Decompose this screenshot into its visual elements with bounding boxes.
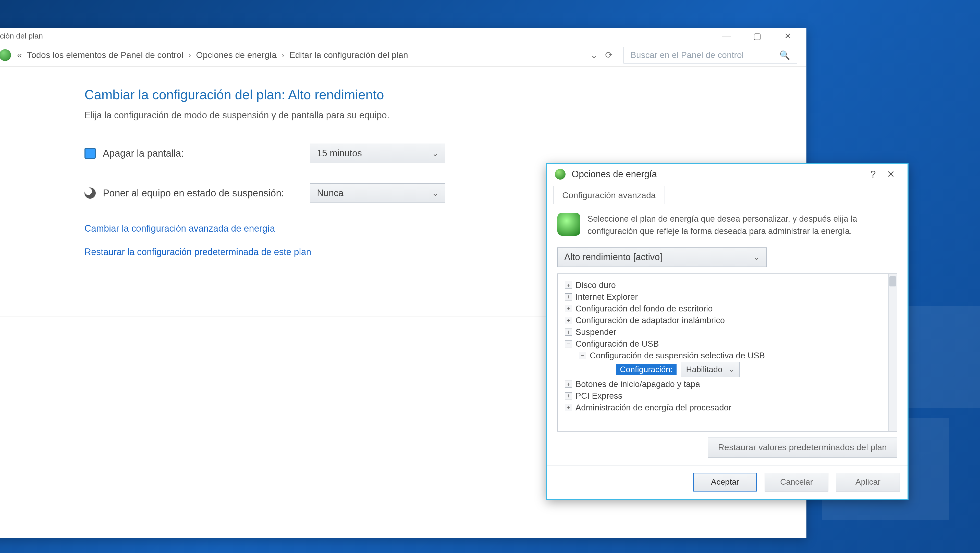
tree-item[interactable]: Configuración del fondo de escritorio xyxy=(576,304,713,313)
tree-item[interactable]: Administración de energía del procesador xyxy=(576,403,732,412)
tree-item-usb-selective[interactable]: Configuración de suspensión selectiva de… xyxy=(590,351,765,361)
help-button[interactable]: ? xyxy=(864,169,882,180)
tree-item[interactable]: Suspender xyxy=(576,327,616,337)
window-titlebar[interactable]: ración del plan ― ▢ ✕ xyxy=(0,28,806,44)
collapse-icon[interactable]: − xyxy=(579,352,586,359)
search-placeholder: Buscar en el Panel de control xyxy=(630,50,744,60)
page-heading: Cambiar la configuración del plan: Alto … xyxy=(84,87,806,102)
setting-label: Poner al equipo en estado de suspensión: xyxy=(103,188,284,199)
chevron-down-icon: ⌄ xyxy=(432,149,438,158)
expand-icon[interactable]: + xyxy=(565,329,572,336)
address-bar-row: « Todos los elementos de Panel de contro… xyxy=(0,44,806,67)
chevron-right-icon: › xyxy=(188,51,191,59)
search-input[interactable]: Buscar en el Panel de control 🔍 xyxy=(624,47,797,64)
page-subheading: Elija la configuración de modo de suspen… xyxy=(84,110,806,121)
select-value: Alto rendimiento [activo] xyxy=(564,252,662,262)
expand-icon[interactable]: + xyxy=(565,404,572,411)
ok-button[interactable]: Aceptar xyxy=(693,473,757,491)
address-dropdown-icon[interactable]: ⌄ xyxy=(590,50,598,60)
dialog-titlebar[interactable]: Opciones de energía ? ✕ xyxy=(547,164,907,184)
sleep-select[interactable]: Nunca ⌄ xyxy=(310,183,445,203)
dialog-footer: Aceptar Cancelar Aplicar xyxy=(547,465,907,499)
power-options-dialog: Opciones de energía ? ✕ Configuración av… xyxy=(546,163,908,500)
chevron-down-icon: ⌄ xyxy=(432,189,438,198)
expand-icon[interactable]: + xyxy=(565,392,572,399)
power-plan-icon xyxy=(557,213,580,236)
cancel-button[interactable]: Cancelar xyxy=(765,473,829,491)
refresh-icon[interactable]: ⟳ xyxy=(605,50,613,60)
setting-label: Apagar la pantalla: xyxy=(103,148,184,159)
maximize-button[interactable]: ▢ xyxy=(742,28,773,44)
expand-icon[interactable]: + xyxy=(565,381,572,388)
expand-icon[interactable]: + xyxy=(565,305,572,312)
settings-tree[interactable]: +Disco duro +Internet Explorer +Configur… xyxy=(557,273,897,432)
tree-item-usb[interactable]: Configuración de USB xyxy=(576,339,659,349)
dialog-description: Seleccione el plan de energía que desea … xyxy=(587,213,897,237)
window-title: ración del plan xyxy=(0,32,43,40)
close-button[interactable]: ✕ xyxy=(773,28,803,44)
select-value: Habilitado xyxy=(686,365,722,374)
usb-setting-select[interactable]: Habilitado ⌄ xyxy=(681,362,739,377)
setting-row-display-off: Apagar la pantalla: 15 minutos ⌄ xyxy=(84,144,806,163)
close-button[interactable]: ✕ xyxy=(882,168,900,180)
setting-name-selected[interactable]: Configuración: xyxy=(616,364,676,375)
dialog-tabbar: Configuración avanzada xyxy=(547,186,907,204)
breadcrumb-item[interactable]: Todos los elementos de Panel de control xyxy=(27,50,183,60)
tab-advanced[interactable]: Configuración avanzada xyxy=(553,186,665,204)
tree-item[interactable]: PCI Express xyxy=(576,391,622,401)
chevron-down-icon: ⌄ xyxy=(753,253,760,261)
power-plan-select[interactable]: Alto rendimiento [activo] ⌄ xyxy=(557,248,767,267)
power-icon xyxy=(555,169,566,180)
expand-icon[interactable]: + xyxy=(565,317,572,324)
search-icon: 🔍 xyxy=(780,50,790,60)
chevron-down-icon: ⌄ xyxy=(729,365,734,373)
select-value: 15 minutos xyxy=(317,148,362,159)
scrollbar-thumb[interactable] xyxy=(889,276,896,286)
expand-icon[interactable]: + xyxy=(565,281,572,289)
select-value: Nunca xyxy=(317,188,344,199)
display-off-select[interactable]: 15 minutos ⌄ xyxy=(310,144,445,163)
monitor-icon xyxy=(84,148,96,159)
tree-item[interactable]: Internet Explorer xyxy=(576,292,638,302)
moon-icon xyxy=(84,188,96,199)
tree-item[interactable]: Configuración de adaptador inalámbrico xyxy=(576,316,725,325)
collapse-icon[interactable]: − xyxy=(565,340,572,347)
minimize-button[interactable]: ― xyxy=(711,28,742,44)
breadcrumb[interactable]: « Todos los elementos de Panel de contro… xyxy=(17,50,578,60)
expand-icon[interactable]: + xyxy=(565,293,572,300)
back-glyph[interactable]: « xyxy=(17,50,22,60)
breadcrumb-item[interactable]: Editar la configuración del plan xyxy=(290,50,408,60)
apply-button[interactable]: Aplicar xyxy=(836,473,900,491)
chevron-right-icon: › xyxy=(282,51,284,59)
tree-scrollbar[interactable] xyxy=(888,274,897,431)
tree-item[interactable]: Botones de inicio/apagado y tapa xyxy=(576,379,700,389)
control-panel-icon xyxy=(0,49,11,61)
breadcrumb-item[interactable]: Opciones de energía xyxy=(196,50,277,60)
dialog-body: Seleccione el plan de energía que desea … xyxy=(547,204,907,465)
restore-plan-defaults-button[interactable]: Restaurar valores predeterminados del pl… xyxy=(708,437,897,458)
dialog-title: Opciones de energía xyxy=(572,169,657,180)
tree-item[interactable]: Disco duro xyxy=(576,280,616,290)
